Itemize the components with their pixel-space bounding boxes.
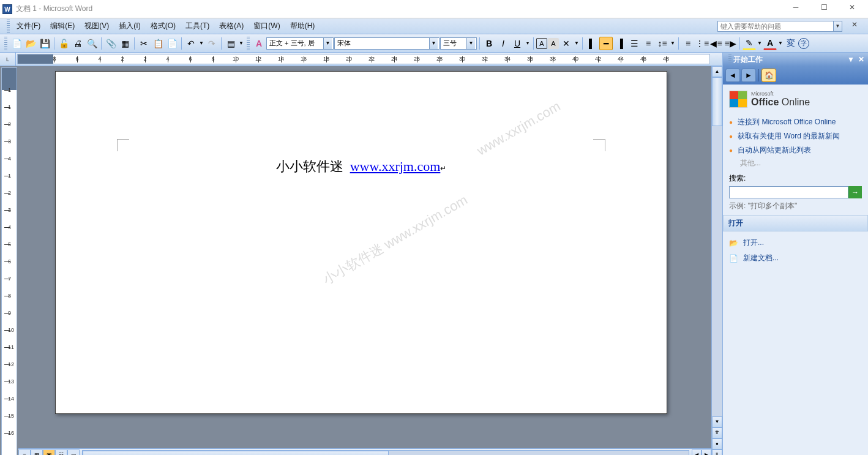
nav-home-icon[interactable]: 🏠 <box>761 69 776 82</box>
maximize-button[interactable]: ☐ <box>815 3 832 15</box>
scroll-track[interactable] <box>712 126 722 416</box>
document-content[interactable]: 小小软件迷 www.xxrjm.com↵ <box>129 157 593 176</box>
link-other[interactable]: 其他... <box>729 157 862 173</box>
undo-dropdown-icon[interactable]: ▼ <box>198 37 204 50</box>
scaling-dropdown-icon[interactable]: ▼ <box>574 37 580 50</box>
styles-icon[interactable]: A <box>252 37 266 50</box>
tab-selector[interactable]: L <box>0 53 16 66</box>
menu-format[interactable]: 格式(O) <box>146 19 181 33</box>
print-icon[interactable]: 🖨 <box>71 37 84 50</box>
menu-edit[interactable]: 编辑(E) <box>45 19 80 33</box>
open-icon[interactable]: 📂 <box>24 37 37 50</box>
open-file-link[interactable]: 📂打开... <box>729 235 862 250</box>
scroll-right-icon[interactable]: ▶ <box>702 449 711 456</box>
highlight-icon[interactable]: ✎ <box>743 37 756 50</box>
size-combo[interactable]: 三号▼ <box>440 37 477 50</box>
text-border-icon[interactable]: A <box>536 38 547 49</box>
web-layout-view-button[interactable]: ▦ <box>31 449 43 456</box>
enclose-icon[interactable]: 字 <box>798 38 809 49</box>
menubar: 文件(F) 编辑(E) 视图(V) 插入(I) 格式(O) 工具(T) 表格(A… <box>0 18 868 34</box>
distributed-icon[interactable]: ≡ <box>642 37 655 50</box>
line-spacing-icon[interactable]: ↕≡ <box>656 37 669 50</box>
scroll-left-icon[interactable]: ◀ <box>692 449 702 456</box>
page[interactable]: 小小软件迷 www.xxrjm.com www.xxrjm.com 小小软件迷 … <box>55 71 667 414</box>
page-viewport[interactable]: 小小软件迷 www.xxrjm.com www.xxrjm.com 小小软件迷 … <box>18 66 711 455</box>
undo-icon[interactable]: ↶ <box>184 37 198 50</box>
task-pane-close-icon[interactable]: ✕ <box>858 55 864 64</box>
menu-insert[interactable]: 插入(I) <box>114 19 145 33</box>
new-doc-icon[interactable]: 📄 <box>10 37 23 50</box>
underline-dropdown-icon[interactable]: ▾ <box>525 37 531 50</box>
vertical-ruler[interactable]: 1123412345678910111213141516 <box>1 67 17 455</box>
bold-icon[interactable]: B <box>482 37 496 50</box>
numbering-icon[interactable]: ≡ <box>681 37 695 50</box>
search-input[interactable] <box>729 186 848 198</box>
horizontal-ruler[interactable]: 8642246810121416182022242628303234363840… <box>17 54 710 64</box>
task-pane-dropdown-icon[interactable]: ▼ <box>847 55 855 64</box>
phonetic-icon[interactable]: 変 <box>784 37 798 50</box>
print-layout-view-button[interactable]: ▣ <box>43 449 55 456</box>
menu-help[interactable]: 帮助(H) <box>285 19 320 33</box>
toolbar-options-icon[interactable]: ▼ <box>238 37 244 50</box>
menu-tools[interactable]: 工具(T) <box>181 19 214 33</box>
normal-view-button[interactable]: ≡ <box>18 449 31 456</box>
scroll-down-icon[interactable]: ▼ <box>712 416 722 427</box>
link-word-news[interactable]: ●获取有关使用 Word 的最新新闻 <box>729 129 862 143</box>
select-browse-icon[interactable]: ● <box>712 438 722 449</box>
grip-icon <box>4 37 7 50</box>
search-go-button[interactable]: → <box>848 186 862 198</box>
research-icon[interactable]: 📎 <box>104 37 118 50</box>
justify-icon[interactable]: ☰ <box>627 37 641 50</box>
permission-icon[interactable]: 🔓 <box>57 37 70 50</box>
highlight-dropdown-icon[interactable]: ▼ <box>757 37 763 50</box>
nav-forward-icon[interactable]: ► <box>741 69 756 82</box>
vertical-scrollbar[interactable]: ▲ ▼ ⇈ ● ⇊ <box>711 66 722 455</box>
minimize-button[interactable]: ─ <box>787 3 804 15</box>
new-document-link[interactable]: 📄新建文档... <box>729 250 862 266</box>
nav-back-icon[interactable]: ◄ <box>725 69 740 82</box>
font-combo[interactable]: 宋体▼ <box>334 37 440 50</box>
italic-icon[interactable]: I <box>496 37 510 50</box>
outline-view-button[interactable]: ☷ <box>55 449 67 456</box>
menu-file[interactable]: 文件(F) <box>12 19 45 33</box>
char-shading-icon[interactable]: A <box>548 38 559 49</box>
horizontal-scrollbar[interactable] <box>82 450 689 456</box>
style-combo[interactable]: 正文 + 三号, 居▼ <box>266 37 334 50</box>
scroll-thumb[interactable] <box>712 77 722 126</box>
align-left-icon[interactable]: ▌ <box>585 37 599 50</box>
cut-icon[interactable]: ✂ <box>137 37 151 50</box>
reading-view-button[interactable]: ▭ <box>67 449 80 456</box>
bullets-icon[interactable]: ⋮≡ <box>695 37 709 50</box>
font-color-dropdown-icon[interactable]: ▼ <box>777 37 784 50</box>
copy-icon[interactable]: 📋 <box>151 37 165 50</box>
menu-view[interactable]: 视图(V) <box>80 19 114 33</box>
doc-link[interactable]: www.xxrjm.com <box>350 159 441 174</box>
columns-icon[interactable]: ▤ <box>224 37 238 50</box>
link-connect-office-online[interactable]: ●连接到 Microsoft Office Online <box>729 115 862 129</box>
menu-window[interactable]: 窗口(W) <box>249 19 285 33</box>
redo-icon[interactable]: ↷ <box>205 37 219 50</box>
scroll-thumb[interactable] <box>83 451 389 456</box>
menu-table[interactable]: 表格(A) <box>214 19 249 33</box>
font-color-icon[interactable]: A <box>763 37 777 50</box>
align-center-icon[interactable]: ━ <box>599 37 613 50</box>
prev-page-icon[interactable]: ⇈ <box>712 427 722 438</box>
help-search-input[interactable] <box>717 21 834 32</box>
grip-icon[interactable] <box>728 55 731 64</box>
next-page-icon[interactable]: ⇊ <box>712 449 722 455</box>
char-scaling-icon[interactable]: ✕ <box>559 37 573 50</box>
link-update-list[interactable]: ●自动从网站更新此列表 <box>729 143 862 157</box>
scroll-up-icon[interactable]: ▲ <box>712 66 722 77</box>
save-icon[interactable]: 💾 <box>38 37 51 50</box>
align-right-icon[interactable]: ▐ <box>613 37 627 50</box>
help-dropdown-icon[interactable]: ▼ <box>834 21 842 32</box>
paste-icon[interactable]: 📄 <box>165 37 179 50</box>
print-preview-icon[interactable]: 🔍 <box>85 37 99 50</box>
underline-icon[interactable]: U <box>511 37 524 50</box>
doc-close-button[interactable]: ✕ <box>846 20 863 32</box>
decrease-indent-icon[interactable]: ◀≡ <box>709 37 723 50</box>
spacing-dropdown-icon[interactable]: ▼ <box>670 37 676 50</box>
increase-indent-icon[interactable]: ≡▶ <box>724 37 737 50</box>
tables-icon[interactable]: ▦ <box>118 37 132 50</box>
close-button[interactable]: ✕ <box>844 3 861 15</box>
